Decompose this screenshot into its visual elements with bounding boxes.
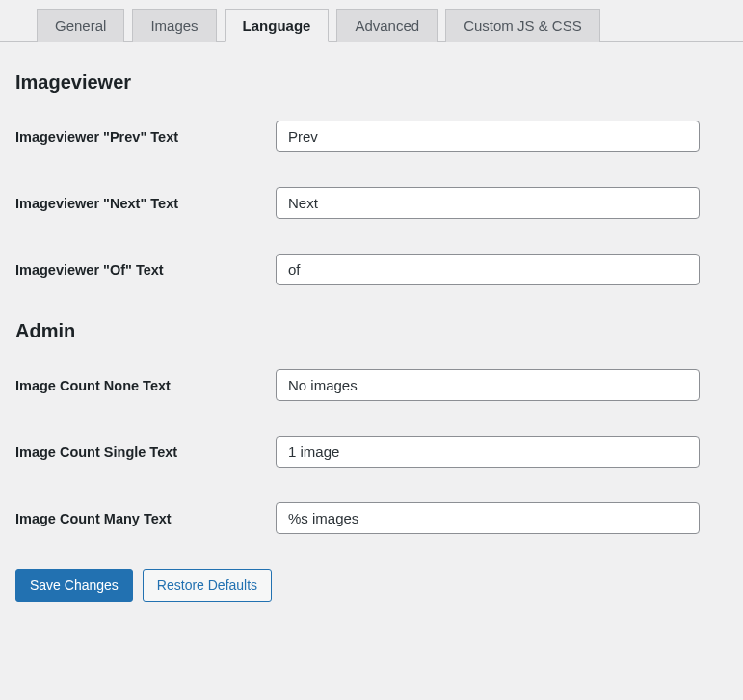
input-count-single[interactable]: [276, 436, 700, 468]
tab-images[interactable]: Images: [132, 9, 216, 42]
settings-content: Imageviewer Imageviewer "Prev" Text Imag…: [0, 42, 743, 617]
input-of-text[interactable]: [276, 254, 700, 285]
label-count-none: Image Count None Text: [15, 378, 276, 393]
field-row-count-none: Image Count None Text: [15, 369, 728, 401]
input-next-text[interactable]: [276, 187, 700, 219]
input-count-many[interactable]: [276, 502, 700, 534]
label-prev-text: Imageviewer "Prev" Text: [15, 129, 276, 145]
input-count-none[interactable]: [276, 369, 700, 401]
action-buttons: Save Changes Restore Defaults: [15, 569, 728, 602]
field-row-count-single: Image Count Single Text: [15, 436, 728, 468]
section-title-imageviewer: Imageviewer: [15, 71, 728, 94]
tab-general[interactable]: General: [37, 9, 124, 42]
field-row-next: Imageviewer "Next" Text: [15, 187, 728, 219]
tab-advanced[interactable]: Advanced: [336, 9, 438, 42]
tabs-navigation: General Images Language Advanced Custom …: [0, 0, 743, 42]
input-prev-text[interactable]: [276, 121, 700, 152]
tab-language[interactable]: Language: [225, 9, 330, 42]
tab-custom-js-css[interactable]: Custom JS & CSS: [445, 9, 600, 42]
label-count-many: Image Count Many Text: [15, 511, 276, 526]
restore-defaults-button[interactable]: Restore Defaults: [143, 569, 272, 602]
section-title-admin: Admin: [15, 320, 728, 342]
label-next-text: Imageviewer "Next" Text: [15, 196, 276, 211]
field-row-prev: Imageviewer "Prev" Text: [15, 121, 728, 152]
field-row-of: Imageviewer "Of" Text: [15, 254, 728, 285]
label-count-single: Image Count Single Text: [15, 444, 276, 460]
field-row-count-many: Image Count Many Text: [15, 502, 728, 534]
label-of-text: Imageviewer "Of" Text: [15, 262, 276, 278]
save-button[interactable]: Save Changes: [15, 569, 133, 602]
